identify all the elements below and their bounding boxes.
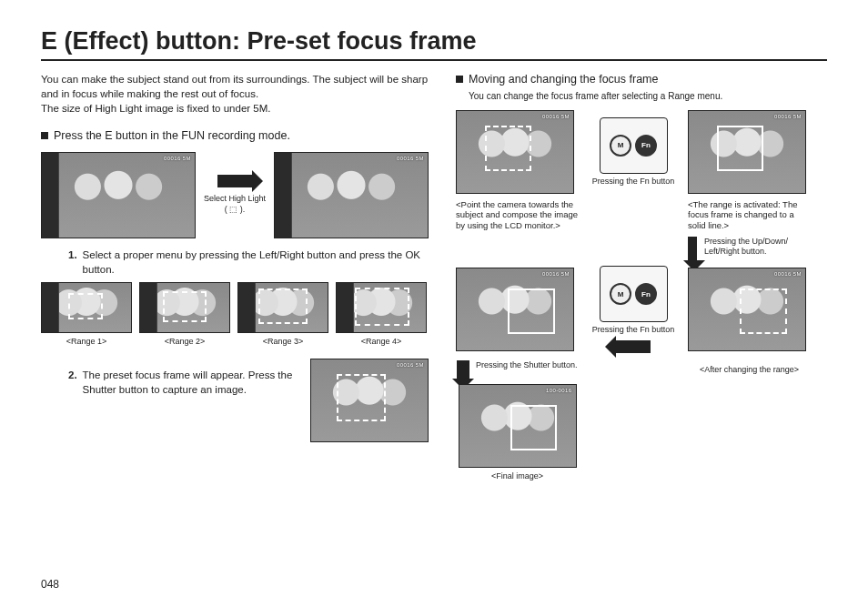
fn-knob-icon: Fn <box>635 135 657 157</box>
intro-line2: The size of High Light image is fixed to… <box>41 103 271 114</box>
right-bullet-text: Moving and changing the focus frame <box>469 72 722 88</box>
status-overlay: 00016 5M <box>542 113 570 120</box>
status-overlay: 00016 5M <box>397 155 424 162</box>
compose-thumb: 00016 5M <box>456 110 574 194</box>
arrow-right-icon <box>217 175 252 187</box>
fn-dial-diagram-2: M Fn <box>600 266 668 322</box>
screenshot-after: 00016 5M <box>274 152 429 238</box>
status-overlay: 00016 5M <box>542 270 570 278</box>
activated-thumb: 00016 5M <box>688 110 806 194</box>
square-bullet-icon <box>41 132 48 139</box>
left-bullet-text: Press the E button in the FUN recording … <box>54 128 290 145</box>
status-overlay: 00016 5M <box>774 113 802 120</box>
range1-caption: <Range 1> <box>41 336 132 348</box>
arrow-down-icon <box>457 360 469 379</box>
after-change-caption: <After changing the range> <box>688 364 811 376</box>
step1-number: 1. <box>68 248 77 277</box>
press-udlr-label: Pressing the Up/Down/ Left/Right button. <box>704 237 811 257</box>
note-range-activated: <The range is activated: The focus frame… <box>688 199 811 232</box>
range2-thumb <box>139 282 230 333</box>
range3-thumb <box>237 282 328 333</box>
note-point-camera: <Point the camera towards the subject an… <box>456 199 579 232</box>
reposition-thumb: 00016 5M <box>456 268 574 351</box>
screenshot-before: 00016 5M <box>41 152 196 238</box>
right-subtext: You can change the focus frame after sel… <box>469 90 722 103</box>
m-knob-icon: M <box>610 283 631 305</box>
left-column: You can make the subject stand out from … <box>41 72 429 482</box>
after-change-thumb: 00016 5M <box>688 268 806 351</box>
step2-text: The preset focus frame will appear. Pres… <box>83 368 303 397</box>
final-status-overlay: 100-0016 <box>546 387 572 394</box>
preset-focus-thumb: 00016 5M <box>310 359 429 442</box>
range2-caption: <Range 2> <box>139 336 230 348</box>
range1-thumb <box>41 282 132 333</box>
page-number: 048 <box>41 578 59 591</box>
step1-text: Select a proper menu by pressing the Lef… <box>83 248 429 277</box>
arrow-down-icon <box>688 237 697 260</box>
left-bullet: Press the E button in the FUN recording … <box>41 128 429 145</box>
right-bullet: Moving and changing the focus frame You … <box>456 72 827 103</box>
status-overlay: 00016 5M <box>397 361 424 369</box>
final-image-caption: <Final image> <box>491 470 543 482</box>
intro-text: You can make the subject stand out from … <box>41 72 429 116</box>
press-fn-label-1: Pressing the Fn button <box>592 177 675 187</box>
select-highlight-icon-hint: ( ⬚ ). <box>225 204 246 216</box>
fn-dial-diagram: M Fn <box>600 117 668 174</box>
step2-number: 2. <box>68 368 77 397</box>
arrow-left-icon <box>616 340 651 353</box>
intro-line1: You can make the subject stand out from … <box>41 74 428 99</box>
fn-knob-icon: Fn <box>635 283 657 305</box>
status-overlay: 00016 5M <box>774 270 802 278</box>
right-column: Moving and changing the focus frame You … <box>456 72 827 482</box>
range4-thumb <box>336 282 427 333</box>
final-image-thumb: 100-0016 <box>459 384 577 468</box>
select-highlight-label: Select High Light <box>204 193 266 205</box>
range3-caption: <Range 3> <box>237 336 328 348</box>
range4-caption: <Range 4> <box>336 336 427 348</box>
m-knob-icon: M <box>610 135 631 157</box>
square-bullet-icon <box>456 76 463 83</box>
press-fn-label-2: Pressing the Fn button <box>592 325 675 335</box>
press-shutter-label: Pressing the Shutter button. <box>476 360 578 370</box>
page-title: E (Effect) button: Pre-set focus frame <box>41 27 827 61</box>
status-overlay: 00016 5M <box>164 155 191 162</box>
